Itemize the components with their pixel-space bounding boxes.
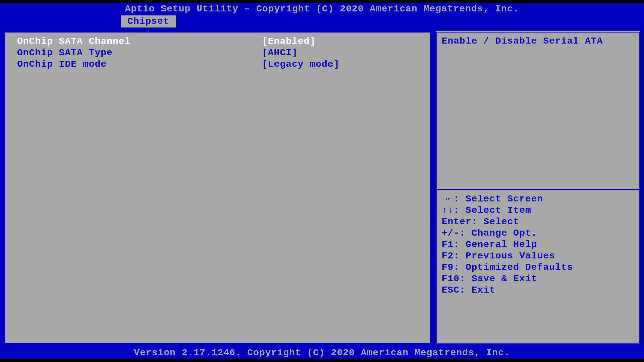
nav-select-screen: →←: Select Screen [442,193,636,205]
settings-panel: OnChip SATA Channel [Enabled] OnChip SAT… [3,30,432,345]
help-description: Enable / Disable Serial ATA [440,36,636,46]
nav-bottom-spacer [440,296,636,340]
setting-onchip-sata-channel[interactable]: OnChip SATA Channel [Enabled] [17,36,418,47]
bios-screen: Aptio Setup Utility – Copyright (C) 2020… [0,0,644,362]
setting-label: OnChip SATA Type [17,47,262,59]
help-spacer [440,46,636,189]
tab-chipset[interactable]: Chipset [121,15,176,27]
nav-change: +/-: Change Opt. [442,228,636,239]
setting-label: OnChip IDE mode [17,59,262,70]
navigation-help: →←: Select Screen ↑↓: Select Item Enter:… [440,193,636,296]
nav-f1: F1: General Help [442,239,636,250]
help-panel: Enable / Disable Serial ATA →←: Select S… [435,30,641,345]
setting-onchip-ide-mode[interactable]: OnChip IDE mode [Legacy mode] [17,59,418,70]
nav-f9: F9: Optimized Defaults [442,262,636,273]
top-border [0,0,644,3]
setting-onchip-sata-type[interactable]: OnChip SATA Type [AHCI] [17,47,418,59]
nav-esc: ESC: Exit [442,285,636,296]
setting-label: OnChip SATA Channel [17,36,262,47]
setting-value: [AHCI] [262,47,418,59]
header-title: Aptio Setup Utility – Copyright (C) 2020… [0,3,644,15]
nav-f2: F2: Previous Values [442,250,636,262]
tab-bar: Chipset [0,15,644,27]
nav-select-item: ↑↓: Select Item [442,205,636,216]
setting-value: [Legacy mode] [262,59,418,70]
setting-value: [Enabled] [262,36,418,47]
footer-version: Version 2.17.1246. Copyright (C) 2020 Am… [0,348,644,359]
nav-f10: F10: Save & Exit [442,273,636,285]
nav-enter: Enter: Select [442,216,636,228]
main-area: OnChip SATA Channel [Enabled] OnChip SAT… [0,27,644,348]
help-divider [437,189,639,190]
